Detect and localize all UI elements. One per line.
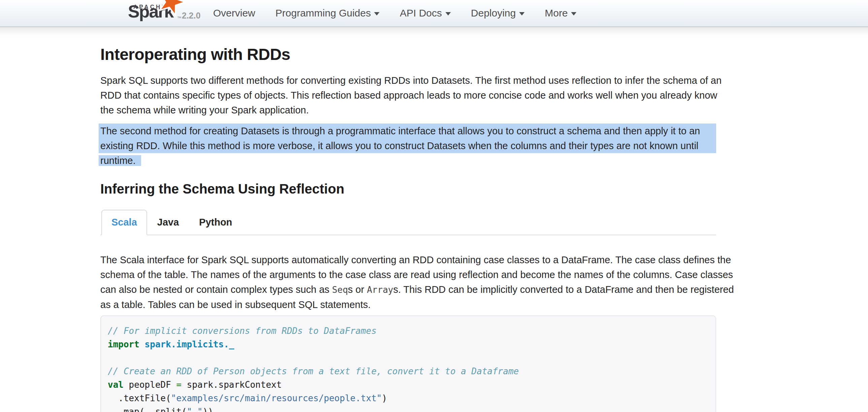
nav-item-deploying[interactable]: Deploying — [461, 7, 535, 19]
code-line: // Create an RDD of Person objects from … — [108, 365, 709, 378]
code-token: .map(_.split( — [108, 407, 187, 412]
nav-item-programming-guides[interactable]: Programming Guides — [265, 7, 390, 19]
code-token: import — [108, 339, 140, 349]
code-line — [108, 351, 709, 365]
selected-text-line: existing RDD. While this method is more … — [99, 138, 716, 153]
paragraph-line: Spark SQL supports two different methods… — [100, 73, 716, 88]
code-line: // For implicit conversions from RDDs to… — [108, 324, 709, 338]
code-token: spark.implicits._ — [145, 339, 234, 349]
caret-down-icon — [571, 12, 577, 15]
paragraph-line: the schema while writing your Spark appl… — [100, 103, 716, 118]
caret-down-icon — [374, 12, 379, 15]
code-token: .textFile( — [108, 393, 171, 403]
nav-item-label: Overview — [213, 7, 255, 19]
paragraph-line: schema of the table. The names of the ar… — [100, 267, 716, 282]
text-run: s or — [348, 284, 367, 295]
code-token: ) — [382, 393, 387, 403]
nav-item-label: Deploying — [471, 7, 516, 19]
nav-item-label: More — [545, 7, 568, 19]
nav-item-label: Programming Guides — [275, 7, 371, 19]
spark-docs-page: Spark APACHE ™ 2.2.0 OverviewProgramming… — [0, 0, 868, 412]
inline-code: Array — [367, 285, 393, 295]
tab-scala[interactable]: Scala — [101, 210, 147, 235]
section-heading: Inferring the Schema Using Reflection — [100, 181, 716, 197]
text-run: The Scala interface for Spark SQL suppor… — [100, 254, 731, 265]
inline-code: Seq — [332, 285, 348, 295]
caret-down-icon — [519, 12, 525, 15]
spark-logo[interactable]: Spark APACHE ™ 2.2.0 — [128, 0, 206, 26]
code-token: spark.sparkContext — [182, 380, 281, 390]
nav-item-more[interactable]: More — [535, 7, 587, 19]
paragraph-line: RDD that contains specific types of obje… — [100, 88, 716, 103]
code-token — [140, 339, 145, 349]
spark-star-icon — [157, 0, 185, 16]
code-line: import spark.implicits._ — [108, 338, 709, 351]
code-token: "," — [187, 407, 203, 412]
code-token: "examples/src/main/resources/people.txt" — [171, 393, 382, 403]
caret-down-icon — [445, 12, 451, 15]
tab-python[interactable]: Python — [189, 210, 242, 234]
navbar-menu: OverviewProgramming GuidesAPI DocsDeploy… — [203, 0, 587, 26]
main-content: Interoperating with RDDs Spark SQL suppo… — [100, 27, 716, 412]
text-run: schema of the table. The names of the ar… — [100, 269, 733, 280]
nav-item-overview[interactable]: Overview — [203, 7, 265, 19]
code-token: // Create an RDD of Person objects from … — [108, 366, 519, 376]
page-title: Interoperating with RDDs — [100, 45, 716, 64]
selected-text-line: The second method for creating Datasets … — [99, 124, 716, 138]
code-line: val peopleDF = spark.sparkContext — [108, 378, 709, 391]
code-line: .textFile("examples/src/main/resources/p… — [108, 391, 709, 405]
selected-text-fragment: runtime. — [99, 155, 141, 166]
paragraph-line: The Scala interface for Spark SQL suppor… — [100, 252, 716, 267]
language-tabs: ScalaJavaPython — [100, 210, 716, 235]
code-token: = — [177, 380, 182, 390]
scala-code-block[interactable]: // For implicit conversions from RDDs to… — [100, 315, 716, 412]
selected-paragraph: The second method for creating Datasets … — [100, 124, 716, 168]
paragraph-line: as a table. Tables can be used in subseq… — [100, 297, 716, 312]
code-token: val — [108, 380, 124, 390]
selected-text-line: runtime. — [100, 153, 716, 168]
code-token: )) — [203, 407, 213, 412]
paragraph-line: can also be nested or contain complex ty… — [100, 282, 716, 297]
trademark-symbol: ™ — [177, 15, 182, 21]
scala-paragraph: The Scala interface for Spark SQL suppor… — [100, 252, 716, 312]
nav-item-label: API Docs — [400, 7, 442, 19]
code-token: peopleDF — [124, 380, 177, 390]
nav-item-api-docs[interactable]: API Docs — [390, 7, 461, 19]
code-token: // For implicit conversions from RDDs to… — [108, 326, 376, 336]
navbar: Spark APACHE ™ 2.2.0 OverviewProgramming… — [0, 0, 868, 27]
text-run: can also be nested or contain complex ty… — [100, 284, 332, 295]
tab-java[interactable]: Java — [147, 210, 189, 234]
code-line: .map(_.split(",")) — [108, 405, 709, 412]
text-run: s. This RDD can be implicitly converted … — [393, 284, 734, 295]
text-run: as a table. Tables can be used in subseq… — [100, 299, 371, 310]
intro-paragraph: Spark SQL supports two different methods… — [100, 73, 716, 118]
